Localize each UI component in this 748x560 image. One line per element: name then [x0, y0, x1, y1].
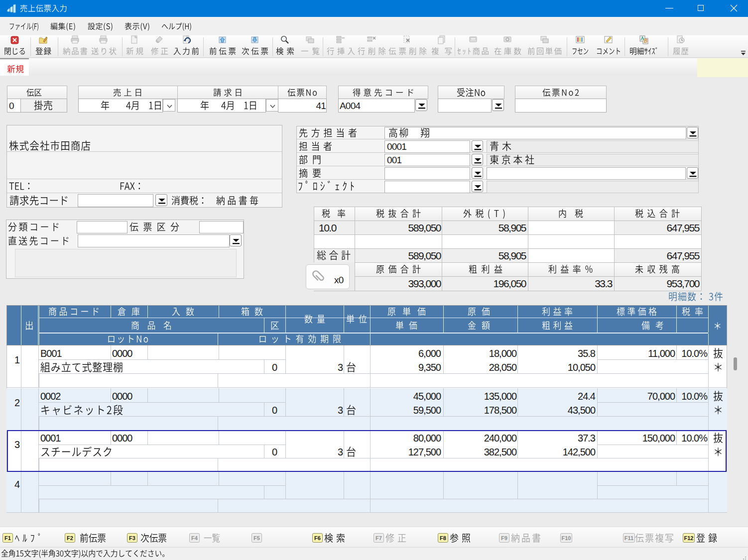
svg-text:B: B — [644, 38, 647, 44]
